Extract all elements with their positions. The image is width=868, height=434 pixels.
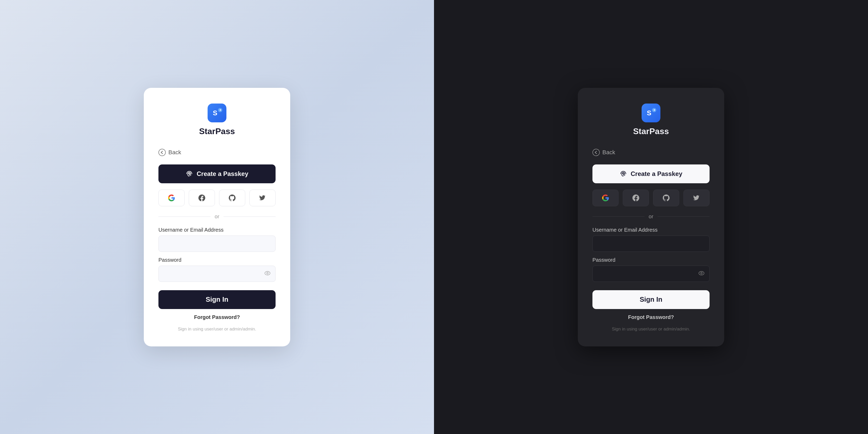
username-group-dark: Username or Email Address — [592, 227, 710, 252]
divider-line-right — [223, 216, 276, 217]
login-card-light: S ✦ StarPass Back — [144, 88, 290, 346]
facebook-signin-button-dark[interactable] — [623, 190, 649, 206]
hint-text-dark: Sign in using user/user or admin/admin. — [612, 327, 690, 332]
facebook-icon-dark — [632, 194, 640, 202]
signin-button-dark[interactable]: Sign In — [592, 290, 710, 309]
svg-point-9 — [593, 149, 599, 156]
divider-line-right-dark — [657, 216, 710, 217]
signin-button[interactable]: Sign In — [158, 290, 276, 309]
svg-text:✦: ✦ — [653, 108, 655, 112]
svg-point-3 — [159, 149, 165, 156]
divider-line-left-dark — [592, 216, 645, 217]
facebook-signin-button[interactable] — [189, 190, 215, 206]
back-button-dark[interactable]: Back — [592, 149, 710, 156]
svg-point-10 — [699, 271, 704, 275]
divider-dark: or — [592, 214, 710, 220]
social-buttons-dark — [592, 190, 710, 206]
svg-text:S: S — [647, 109, 651, 117]
back-button[interactable]: Back — [158, 149, 276, 156]
forgot-password-button-dark[interactable]: Forgot Password? — [628, 314, 674, 320]
toggle-password-icon[interactable] — [264, 270, 271, 278]
twitter-icon-dark — [692, 194, 701, 202]
password-input-dark[interactable] — [592, 266, 710, 282]
github-signin-button[interactable] — [219, 190, 245, 206]
username-label: Username or Email Address — [158, 227, 276, 233]
create-passkey-button[interactable]: Create a Passkey — [158, 164, 276, 183]
forgot-password-button[interactable]: Forgot Password? — [194, 314, 240, 320]
password-label-dark: Password — [592, 257, 710, 263]
logo-container-dark: S ✦ StarPass — [633, 103, 669, 136]
dark-panel: S ✦ StarPass Back — [434, 0, 868, 434]
divider-text-dark: or — [649, 214, 653, 220]
password-input[interactable] — [158, 266, 276, 282]
github-icon — [228, 194, 236, 202]
toggle-password-icon-dark[interactable] — [698, 270, 705, 278]
svg-point-4 — [265, 271, 270, 275]
fingerprint-icon-dark — [620, 170, 627, 178]
twitter-signin-button-dark[interactable] — [683, 190, 710, 206]
username-label-dark: Username or Email Address — [592, 227, 710, 233]
divider-text: or — [215, 214, 219, 220]
facebook-icon — [198, 194, 206, 202]
password-wrapper-dark — [592, 266, 710, 282]
create-passkey-button-dark[interactable]: Create a Passkey — [592, 164, 710, 183]
back-icon — [158, 149, 166, 156]
github-signin-button-dark[interactable] — [653, 190, 679, 206]
google-signin-button-dark[interactable] — [592, 190, 619, 206]
username-input-dark[interactable] — [592, 236, 710, 252]
google-icon — [167, 194, 176, 202]
social-buttons — [158, 190, 276, 206]
logo-container: S ✦ StarPass — [199, 103, 235, 136]
github-icon-dark — [662, 194, 670, 202]
app-name: StarPass — [199, 127, 235, 136]
google-icon-dark — [601, 194, 610, 202]
svg-point-5 — [267, 272, 268, 274]
password-label: Password — [158, 257, 276, 263]
back-icon-dark — [592, 149, 600, 156]
twitter-signin-button[interactable] — [249, 190, 276, 206]
fingerprint-icon — [186, 170, 193, 178]
divider: or — [158, 214, 276, 220]
svg-text:S: S — [213, 109, 217, 117]
username-group: Username or Email Address — [158, 227, 276, 252]
app-logo-icon-dark: S ✦ — [642, 103, 660, 122]
light-panel: S ✦ StarPass Back — [0, 0, 434, 434]
password-wrapper — [158, 266, 276, 282]
google-signin-button[interactable] — [158, 190, 185, 206]
login-card-dark: S ✦ StarPass Back — [578, 88, 724, 346]
twitter-icon — [258, 194, 267, 202]
username-input[interactable] — [158, 236, 276, 252]
hint-text: Sign in using user/user or admin/admin. — [178, 327, 256, 332]
divider-line-left — [158, 216, 211, 217]
svg-point-11 — [701, 272, 702, 274]
app-logo-icon: S ✦ — [208, 103, 226, 122]
password-group-dark: Password — [592, 257, 710, 282]
app-name-dark: StarPass — [633, 127, 669, 136]
password-group: Password — [158, 257, 276, 282]
svg-text:✦: ✦ — [219, 108, 221, 112]
